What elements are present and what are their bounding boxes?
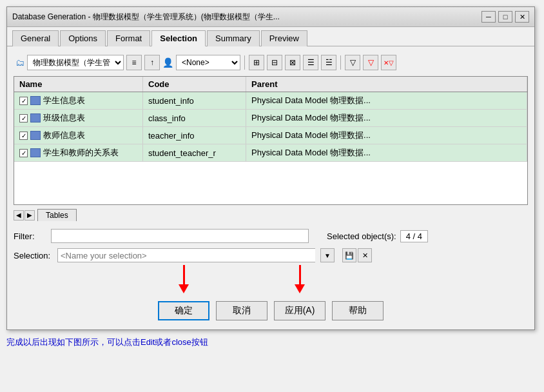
col-name: Name: [14, 77, 143, 92]
selected-objects-label: Selected object(s):: [327, 231, 396, 241]
section-tabs: ◀ ▶ Tables: [14, 209, 528, 221]
row1-parent: Physical Data Model 物理数据...: [246, 92, 527, 109]
row1-code: student_info: [143, 92, 246, 109]
model-icon: 🗂: [15, 57, 24, 68]
button-area: 确定 取消 应用(A) 帮助: [14, 265, 528, 323]
close-button[interactable]: ✕: [515, 11, 529, 23]
ok-arrow-line: [183, 265, 185, 284]
arrow-annotations: [14, 265, 528, 293]
row2-checkbox[interactable]: ✓: [19, 114, 28, 122]
filter-label: Filter:: [14, 231, 46, 241]
row3-code: teacher_info: [143, 127, 246, 144]
selection-dropdown-btn[interactable]: ▼: [320, 248, 335, 262]
tab-selection[interactable]: Selection: [151, 30, 206, 46]
table-row[interactable]: ✓ 学生信息表 student_info Physical Data Model…: [14, 92, 527, 110]
ok-arrow-head: [179, 284, 189, 293]
tab-preview[interactable]: Preview: [261, 30, 307, 46]
user-dropdown[interactable]: <None>: [176, 55, 240, 70]
selection-clear-btn[interactable]: ✕: [358, 248, 372, 262]
window-controls: ─ □ ✕: [481, 11, 529, 23]
row3-name: ✓ 教师信息表: [14, 127, 143, 144]
selection-input[interactable]: [57, 248, 315, 262]
filter-btn-1[interactable]: ▽: [345, 55, 360, 70]
selection-label: Selection:: [14, 251, 52, 260]
row2-name: ✓ 班级信息表: [14, 110, 143, 126]
apply-arrow-annotation: [274, 265, 325, 293]
minimize-button[interactable]: ─: [481, 11, 496, 23]
ok-button[interactable]: 确定: [158, 301, 209, 320]
ok-arrow-annotation: [158, 265, 209, 293]
toolbar-btn-1[interactable]: ≡: [126, 55, 142, 70]
row1-table-icon: [30, 96, 41, 105]
row4-name: ✓ 学生和教师的关系表: [14, 144, 143, 161]
nav-arrows: ◀ ▶: [14, 210, 35, 220]
row4-code: student_teacher_r: [143, 144, 246, 161]
selection-action-btns: 💾 ✕: [342, 248, 372, 262]
filter-input[interactable]: [51, 229, 309, 243]
tab-format[interactable]: Format: [107, 30, 150, 46]
tabs-bar: General Options Format Selection Summary…: [7, 27, 534, 46]
row3-table-icon: [30, 131, 41, 140]
toolbar: 🗂 物理数据模型（学生管 ≡ ↑ 👤 <None> ⊞ ⊟ ⊠ ☰ ☱ ▽ ▽ …: [14, 53, 528, 72]
tab-options[interactable]: Options: [60, 30, 106, 46]
selected-objects-value: 4 / 4: [400, 230, 428, 242]
selection-combo-wrapper: [57, 248, 315, 262]
table-row[interactable]: ✓ 学生和教师的关系表 student_teacher_r Physical D…: [14, 144, 527, 162]
row2-parent: Physical Data Model 物理数据...: [246, 110, 527, 126]
tab-summary[interactable]: Summary: [207, 30, 260, 46]
data-table: Name Code Parent ✓ 学生信息表 student_info Ph…: [14, 76, 528, 205]
apply-arrow-line: [299, 265, 301, 284]
table-row[interactable]: ✓ 教师信息表 teacher_info Physical Data Model…: [14, 127, 527, 144]
scroll-right-btn[interactable]: ▶: [24, 210, 35, 220]
tables-tab[interactable]: Tables: [37, 209, 77, 221]
scroll-left-btn[interactable]: ◀: [14, 210, 24, 220]
dialog-buttons: 确定 取消 应用(A) 帮助: [14, 295, 528, 323]
col-code: Code: [143, 77, 246, 92]
row1-checkbox[interactable]: ✓: [19, 97, 28, 105]
main-window: Database Generation - 物理数据模型（学生管理系统）(物理数…: [6, 6, 535, 330]
table-header: Name Code Parent: [14, 77, 527, 92]
selected-objects-section: Selected object(s): 4 / 4: [327, 230, 428, 242]
bottom-section: Filter: Selected object(s): 4 / 4 Select…: [14, 226, 528, 265]
row2-table-icon: [30, 113, 41, 122]
toolbar-btn-6[interactable]: ☰: [303, 55, 318, 70]
cancel-button[interactable]: 取消: [216, 301, 267, 320]
selection-save-btn[interactable]: 💾: [342, 248, 356, 262]
filter-btn-2[interactable]: ▽: [363, 55, 378, 70]
row4-parent: Physical Data Model 物理数据...: [246, 144, 527, 161]
toolbar-btn-7[interactable]: ☱: [321, 55, 336, 70]
user-icon: 👤: [162, 57, 173, 68]
filter-row: Filter: Selected object(s): 4 / 4: [14, 229, 528, 243]
toolbar-btn-2[interactable]: ↑: [144, 55, 160, 70]
separator-1: [244, 55, 245, 70]
selection-row: Selection: ▼ 💾 ✕: [14, 248, 528, 262]
row3-parent: Physical Data Model 物理数据...: [246, 127, 527, 144]
toolbar-btn-5[interactable]: ⊠: [285, 55, 300, 70]
apply-arrow-head: [295, 284, 305, 293]
separator-2: [340, 55, 341, 70]
row4-table-icon: [30, 148, 41, 157]
help-button[interactable]: 帮助: [332, 301, 384, 320]
toolbar-btn-4[interactable]: ⊟: [267, 55, 282, 70]
col-parent: Parent: [246, 77, 527, 92]
bottom-annotation-text: 完成以后出现如下图所示，可以点击Edit或者close按钮: [6, 335, 538, 349]
apply-button[interactable]: 应用(A): [274, 301, 326, 320]
toolbar-btn-3[interactable]: ⊞: [249, 55, 264, 70]
model-dropdown[interactable]: 物理数据模型（学生管: [27, 55, 124, 70]
row1-name: ✓ 学生信息表: [14, 92, 143, 109]
window-title: Database Generation - 物理数据模型（学生管理系统）(物理数…: [12, 12, 280, 23]
table-row[interactable]: ✓ 班级信息表 class_info Physical Data Model 物…: [14, 110, 527, 127]
row2-code: class_info: [143, 110, 246, 126]
row4-checkbox[interactable]: ✓: [19, 149, 28, 157]
title-bar: Database Generation - 物理数据模型（学生管理系统）(物理数…: [7, 7, 534, 27]
tab-content: 🗂 物理数据模型（学生管 ≡ ↑ 👤 <None> ⊞ ⊟ ⊠ ☰ ☱ ▽ ▽ …: [7, 46, 534, 329]
row3-checkbox[interactable]: ✓: [19, 132, 28, 140]
maximize-button[interactable]: □: [498, 11, 512, 23]
tab-general[interactable]: General: [12, 30, 59, 46]
filter-btn-3[interactable]: ✕▽: [381, 55, 396, 70]
